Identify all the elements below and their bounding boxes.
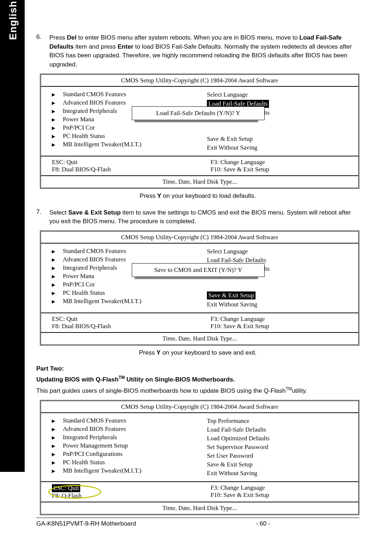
bios-keys: ESC: Quit F8: Dual BIOS/Q-Flash F3: Chan… [41,156,358,175]
arrow-icon: ▸ [52,256,63,264]
arrow-icon: ▸ [52,434,63,441]
t: on your keyboard to load defaults. [161,192,256,199]
bios-left-item: Integrated Peripherals [63,264,117,272]
step-6-text: Press Del to enter BIOS menu after syste… [49,33,359,69]
bios-left-item: MB Intelligent Tweaker(M.I.T.) [63,467,142,474]
bios-right-item: Set User Password [200,452,358,460]
side-blackbar [0,0,25,472]
bios-left-item: PnP/PCI Configurations [63,450,123,458]
bios-right-item: Select Language [200,90,358,99]
bios-title: CMOS Setup Utility-Copyright (C) 1984-20… [41,401,358,412]
bios-title: CMOS Setup Utility-Copyright (C) 1984-20… [41,75,358,86]
bios-left-item: PC Health Status [63,289,105,297]
bios-left-item: Power Management Setup [63,442,128,449]
bios-screenshot-1: CMOS Setup Utility-Copyright (C) 1984-20… [40,74,359,189]
t: This part guides users of single-BIOS mo… [36,387,286,394]
step-6-number: 6. [36,33,49,69]
bios-keys: ESC: Quit F8: Dual BIOS/Q-Flash F3: Chan… [41,313,358,332]
footer-page: - 60 - [256,520,270,527]
key-hint: F3: Change Language [211,159,358,166]
bios-left-item: Power Mana [63,273,94,280]
bios-left-item: PnP/PCI Cor [63,124,95,131]
bios-right-item: Exit Without Saving [200,300,358,309]
bios-footer: Time, Date, Hard Disk Type... [41,502,358,514]
arrow-icon: ▸ [52,417,63,425]
t: Press [139,349,156,356]
arrow-icon: ▸ [52,281,63,289]
bios-left-item: PC Health Status [63,459,105,466]
arrow-icon: ▸ [52,116,63,123]
bios-screenshot-3: CMOS Setup Utility-Copyright (C) 1984-20… [40,400,359,515]
bios-left-item: MB Intelligent Tweaker(M.I.T.) [63,298,142,305]
bios-right-item: Top Performance [200,417,358,425]
bios-main: ▸Standard CMOS Features ▸Advanced BIOS F… [41,86,358,156]
t: Updating BIOS with Q-Flash [36,376,119,383]
bios-right-item: Load Fail-Safe Defaults [200,425,358,434]
key-hint: F8: Dual BIOS/Q-Flash [52,166,200,173]
tm: TM [119,375,125,380]
bios-dialog: Save to CMOS and EXIT (Y/N)? Y [132,263,265,277]
arrow-icon: ▸ [52,99,63,107]
t: Press [140,192,157,199]
part-two-desc: This part guides users of single-BIOS mo… [36,386,359,395]
step-7: 7. Select Save & Exit Setup item to save… [36,208,359,226]
key-enter: Enter [118,43,133,50]
selected-item: Save & Exit Setup [207,291,256,299]
bios-left-item: Standard CMOS Features [63,91,126,98]
t: Select [49,209,68,216]
key-hint: F3: Change Language [211,315,358,323]
bios-left-item: Power Mana [63,116,94,123]
key-hint: F3: Change Language [211,484,358,491]
footer-model: GA-K8N51PVMT-9-RH Motherboard [36,520,136,527]
bios-main: ▸Standard CMOS Features ▸Advanced BIOS F… [41,243,358,313]
arrow-icon: ▸ [52,132,63,140]
arrow-icon: ▸ [52,459,63,466]
key-hint: F10: Save & Exit Setup [211,166,358,173]
bios-screenshot-2: CMOS Setup Utility-Copyright (C) 1984-20… [40,230,359,346]
arrow-icon: ▸ [52,298,63,305]
key-del: Del [67,34,76,41]
arrow-icon: ▸ [52,248,63,255]
arrow-icon: ▸ [52,273,63,280]
arrow-icon: ▸ [52,107,63,115]
part-two-title: Part Two: [36,365,359,372]
bios-left-item: Integrated Peripherals [63,107,117,115]
key-hint: ESC: Quit [52,159,200,166]
bios-title: CMOS Setup Utility-Copyright (C) 1984-20… [41,232,358,243]
bios-left-item: MB Intelligent Tweaker(M.I.T.) [63,141,142,148]
bios-left-col: ▸Standard CMOS Features ▸Advanced BIOS F… [41,415,200,479]
bios-footer: Time, Date, Hard Disk Type... [41,175,358,188]
arrow-icon: ▸ [52,467,63,475]
arrow-icon: ▸ [52,124,63,132]
caption-2: Press Y on your keyboard to save and exi… [36,349,359,356]
language-tab: English [7,1,19,40]
bios-left-item: Advanced BIOS Features [63,256,126,263]
step-7-text: Select Save & Exit Setup item to save th… [49,208,359,226]
key-y: Y [157,192,161,199]
bios-left-item: Integrated Peripherals [63,434,117,441]
part-two-subtitle: Updating BIOS with Q-FlashTM Utility on … [36,375,359,384]
t: on your keyboard to save and exit. [160,349,257,356]
t: utility. [292,387,307,394]
bios-right-item: Save & Exit Setup [200,460,358,469]
bios-right-item [200,126,358,135]
page-footer: GA-K8N51PVMT-9-RH Motherboard - 60 - [36,518,359,527]
t: to enter BIOS menu after system reboots.… [77,34,299,41]
t: item and press [74,43,118,50]
bios-right-item: Select Language [200,247,358,256]
bios-left-item: Standard CMOS Features [63,248,126,255]
bios-right-item: Load Optimized Defaults [200,434,358,443]
bios-right-item: Save & Exit Setup [200,291,358,300]
arrow-icon: ▸ [52,141,63,148]
highlight-ellipse [48,485,101,499]
bios-left-item: PnP/PCI Cor [63,281,95,288]
arrow-icon: ▸ [52,442,63,450]
caption-1: Press Y on your keyboard to load default… [36,192,359,200]
bios-right-col: Top Performance Load Fail-Safe Defaults … [200,415,358,479]
tm: TM [286,386,292,391]
key-hint: F10: Save & Exit Setup [211,323,358,330]
t: Utility on Single-BIOS Motherboards. [125,376,235,383]
bios-left-item: Advanced BIOS Features [63,99,126,106]
step-6: 6. Press Del to enter BIOS menu after sy… [36,33,359,69]
bios-right-item: Save & Exit Setup [200,135,358,143]
